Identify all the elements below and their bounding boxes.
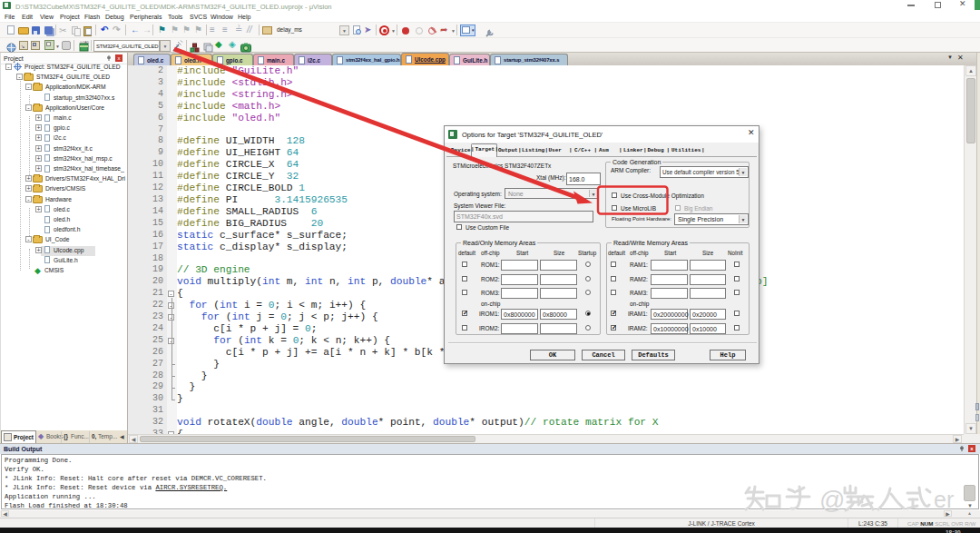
- svg-text:@: @: [819, 486, 845, 514]
- svg-text:LOAD: LOAD: [81, 41, 90, 44]
- svg-text:er: er: [934, 487, 954, 512]
